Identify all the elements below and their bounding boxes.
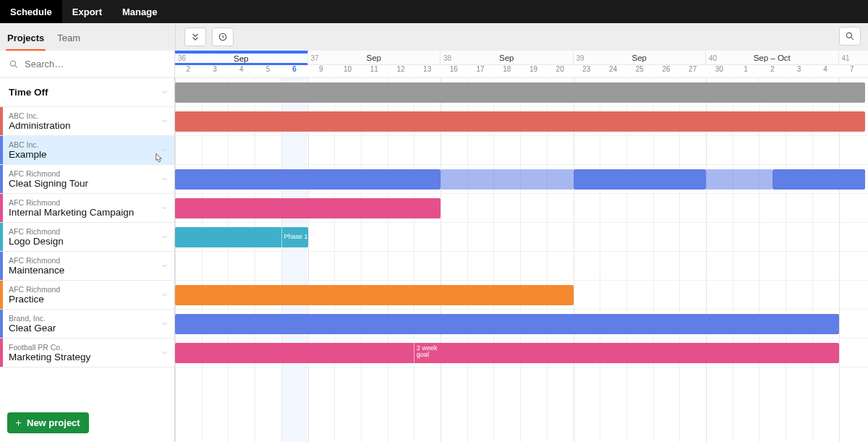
day-header-cell[interactable]: 20 xyxy=(547,65,574,78)
timeline-lane[interactable] xyxy=(175,136,868,165)
day-header-cell[interactable]: 25 xyxy=(626,65,653,78)
day-header-cell[interactable]: 18 xyxy=(493,65,520,78)
day-header-cell[interactable]: 24 xyxy=(600,65,626,78)
nav-manage[interactable]: Manage xyxy=(112,0,167,23)
nav-schedule[interactable]: Schedule xyxy=(0,0,62,23)
bar-label: 2 week goal xyxy=(417,345,446,359)
day-header-cell[interactable]: 5 xyxy=(255,65,281,78)
tab-team[interactable]: Team xyxy=(57,23,80,51)
project-row-afc-imc[interactable]: AFC RichmondInternal Marketing Campaign xyxy=(0,194,174,223)
chevron-down-icon[interactable] xyxy=(161,117,169,125)
timeline-bar[interactable]: 2 week goal xyxy=(175,343,839,363)
chevron-down-icon[interactable] xyxy=(161,262,169,270)
tab-projects[interactable]: Projects xyxy=(7,23,44,51)
timeline-lane[interactable] xyxy=(175,194,868,223)
double-chevron-down-icon xyxy=(190,32,200,42)
chevron-down-icon[interactable] xyxy=(161,146,169,154)
search-row[interactable] xyxy=(0,51,174,78)
timeline-lane[interactable] xyxy=(175,165,868,194)
day-header-cell[interactable]: 10 xyxy=(334,65,361,78)
day-header-cell[interactable]: 12 xyxy=(388,65,414,78)
timeline-lane[interactable]: Phase 1 xyxy=(175,223,868,252)
chevron-down-icon[interactable] xyxy=(161,204,169,212)
timeline-bar[interactable] xyxy=(441,169,574,190)
day-header-cell[interactable]: 27 xyxy=(679,65,706,78)
day-header-cell[interactable]: 11 xyxy=(361,65,388,78)
timeline-panel[interactable]: 36Sep37Sep38Sep39Sep40Sep – Oct41 234569… xyxy=(175,51,868,442)
week-header-cell[interactable]: 39Sep xyxy=(574,51,707,65)
week-header-cell[interactable]: 38Sep xyxy=(441,51,574,65)
bar-label: Phase 1 xyxy=(284,234,307,240)
magnifier-icon xyxy=(845,31,855,41)
week-header-cell[interactable]: 41 xyxy=(839,51,869,65)
day-header-cell[interactable]: 7 xyxy=(839,65,866,78)
day-header-cell[interactable]: 17 xyxy=(467,65,494,78)
project-row-footpr-ms[interactable]: Football PR Co.Marketing Strategy xyxy=(0,339,174,367)
row-org-label: AFC Richmond xyxy=(9,169,161,178)
timeline-bar[interactable] xyxy=(175,198,441,218)
project-row-brand-cleat[interactable]: Brand, Inc.Cleat Gear xyxy=(0,310,174,339)
day-header-cell[interactable]: 16 xyxy=(441,65,467,78)
timeline-bar[interactable] xyxy=(175,285,574,305)
day-header-cell[interactable]: 2 xyxy=(759,65,786,78)
week-header-cell[interactable]: 36Sep xyxy=(175,51,308,65)
timeline-lane[interactable]: 2 week goal xyxy=(175,339,868,367)
chevron-down-icon[interactable] xyxy=(161,349,169,357)
day-header-cell[interactable]: 4 xyxy=(812,65,839,78)
day-header-cell[interactable]: 6 xyxy=(281,65,308,78)
chevron-down-icon[interactable] xyxy=(161,233,169,241)
timeline-bar[interactable]: Phase 1 xyxy=(175,227,308,247)
timeline-bar[interactable] xyxy=(706,169,773,190)
day-header-cell[interactable]: 2 xyxy=(175,65,202,78)
timeline-day-header: 2345691011121316171819202324252627301234… xyxy=(175,65,868,78)
project-row-afc-practice[interactable]: AFC RichmondPractice xyxy=(0,281,174,310)
collapse-all-button[interactable] xyxy=(184,27,206,46)
week-month-label: Sep xyxy=(632,54,647,62)
day-header-cell[interactable]: 19 xyxy=(520,65,547,78)
timeline-bar[interactable] xyxy=(175,169,441,190)
search-input[interactable] xyxy=(25,59,166,69)
timeline-bar[interactable] xyxy=(175,82,865,103)
week-header-cell[interactable]: 40Sep – Oct xyxy=(706,51,839,65)
day-header-cell[interactable]: 30 xyxy=(706,65,733,78)
row-org-label: ABC Inc. xyxy=(9,140,161,149)
zoom-button[interactable] xyxy=(839,27,861,46)
day-header-cell[interactable]: 4 xyxy=(228,65,255,78)
new-project-button[interactable]: New project xyxy=(7,412,89,433)
day-header-cell[interactable]: 13 xyxy=(414,65,441,78)
project-row-afc-logo[interactable]: AFC RichmondLogo Design xyxy=(0,223,174,252)
timeline-bar[interactable] xyxy=(773,169,865,190)
row-org-label: AFC Richmond xyxy=(9,285,161,294)
timeline-lane[interactable] xyxy=(175,78,868,107)
jump-to-today-button[interactable] xyxy=(212,27,234,46)
timeline-lane[interactable] xyxy=(175,107,868,136)
chevron-down-icon[interactable] xyxy=(161,175,169,183)
timeline-bar[interactable] xyxy=(175,111,865,132)
timeline-lane[interactable] xyxy=(175,281,868,310)
project-row-afc-maint[interactable]: AFC RichmondMaintenance xyxy=(0,252,174,281)
day-header-cell[interactable]: 3 xyxy=(202,65,229,78)
week-header-cell[interactable]: 37Sep xyxy=(308,51,441,65)
top-nav: Schedule Export Manage xyxy=(0,0,868,23)
chevron-down-icon[interactable] xyxy=(161,291,169,299)
timeline-bar[interactable] xyxy=(175,314,839,334)
day-header-cell[interactable]: 26 xyxy=(653,65,680,78)
timeline-grid[interactable]: Phase 12 week goal xyxy=(175,78,868,442)
project-row-abc-example[interactable]: ABC Inc.Example xyxy=(0,136,174,165)
day-header-cell[interactable]: 9 xyxy=(308,65,335,78)
timeline-lane[interactable] xyxy=(175,252,868,281)
day-header-cell[interactable]: 23 xyxy=(574,65,600,78)
week-month-label: Sep xyxy=(367,54,381,62)
timeline-bar[interactable] xyxy=(574,169,707,190)
svg-point-1 xyxy=(846,33,851,38)
view-tabs: Projects Team xyxy=(0,23,175,51)
chevron-down-icon[interactable] xyxy=(161,88,169,96)
day-header-cell[interactable]: 1 xyxy=(733,65,760,78)
day-header-cell[interactable]: 3 xyxy=(786,65,812,78)
project-row-abc-admin[interactable]: ABC Inc.Administration xyxy=(0,107,174,136)
chevron-down-icon[interactable] xyxy=(161,320,169,328)
timeline-lane[interactable] xyxy=(175,310,868,339)
project-row-afc-cleat[interactable]: AFC RichmondCleat Signing Tour xyxy=(0,165,174,194)
nav-export[interactable]: Export xyxy=(62,0,112,23)
project-row-timeoff[interactable]: Time Off xyxy=(0,78,174,107)
